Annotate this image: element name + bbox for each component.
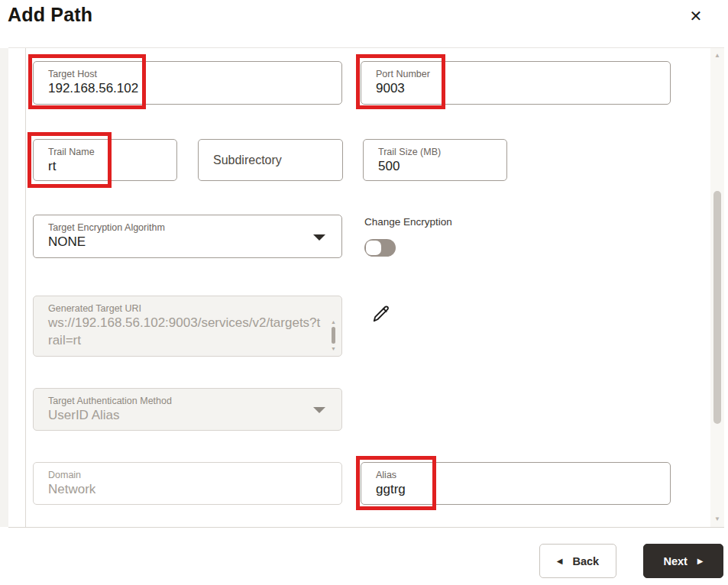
trail-name-field[interactable]: Trail Name rt	[33, 139, 177, 181]
add-path-dialog: Add Path ✕ ▲ ▼ Target Host 192.168.56.10…	[0, 0, 728, 585]
uri-scroll-down-icon[interactable]: ▼	[329, 345, 338, 352]
next-button[interactable]: Next ▶	[643, 544, 723, 578]
next-arrow-icon: ▶	[697, 558, 704, 565]
content-left-border	[25, 48, 26, 527]
target-encryption-algorithm-label: Target Encryption Algorithm	[48, 221, 341, 234]
edit-uri-pencil-icon[interactable]	[371, 304, 391, 324]
target-authentication-method-label: Target Authentication Method	[48, 395, 341, 407]
next-button-label: Next	[663, 555, 687, 567]
target-authentication-method-value: UserID Alias	[48, 407, 341, 425]
target-encryption-algorithm-dropdown[interactable]: Target Encryption Algorithm NONE	[33, 215, 342, 258]
alias-field[interactable]: Alias ggtrg	[361, 462, 671, 505]
scrollbar-track[interactable]: ▲ ▼	[710, 48, 724, 527]
target-host-field[interactable]: Target Host 192.168.56.102	[33, 61, 342, 105]
trail-size-field[interactable]: Trail Size (MB) 500	[363, 139, 507, 181]
trail-name-value: rt	[48, 158, 176, 176]
domain-value: Network	[48, 481, 341, 499]
target-host-value: 192.168.56.102	[48, 80, 341, 98]
left-gutter	[0, 48, 8, 527]
chevron-down-icon	[313, 407, 325, 413]
trail-name-label: Trail Name	[48, 146, 176, 158]
domain-label: Domain	[48, 469, 341, 481]
uri-scrollbar-thumb[interactable]	[332, 327, 335, 344]
generated-target-uri-label: Generated Target URI	[48, 302, 341, 315]
domain-field: Domain Network	[33, 462, 342, 505]
port-number-value: 9003	[376, 80, 670, 98]
back-button[interactable]: ◀ Back	[539, 544, 616, 578]
target-host-label: Target Host	[48, 68, 341, 80]
scroll-down-icon[interactable]: ▼	[710, 516, 724, 523]
alias-label: Alias	[376, 469, 670, 481]
port-number-label: Port Number	[376, 68, 670, 80]
uri-scroll-up-icon[interactable]: ▲	[329, 318, 338, 325]
target-authentication-method-dropdown: Target Authentication Method UserID Alia…	[33, 388, 342, 431]
port-number-field[interactable]: Port Number 9003	[361, 61, 671, 105]
chevron-down-icon[interactable]	[313, 234, 325, 241]
subdirectory-label: Subdirectory	[213, 152, 282, 169]
back-arrow-icon: ◀	[557, 558, 563, 565]
toggle-knob	[366, 241, 381, 255]
page-title: Add Path	[8, 4, 92, 26]
content-top-divider	[8, 47, 724, 48]
change-encryption-label: Change Encryption	[364, 216, 452, 228]
content-bottom-divider	[8, 527, 724, 528]
close-icon[interactable]: ✕	[684, 4, 708, 28]
change-encryption-toggle[interactable]	[364, 239, 396, 257]
subdirectory-field[interactable]: Subdirectory	[198, 139, 343, 181]
alias-value: ggtrg	[376, 481, 670, 499]
generated-target-uri-value: ws://192.168.56.102:9003/services/v2/tar…	[48, 315, 323, 350]
scroll-up-icon[interactable]: ▲	[710, 52, 724, 60]
target-encryption-algorithm-value: NONE	[48, 234, 341, 251]
back-button-label: Back	[573, 555, 600, 567]
scrollbar-thumb[interactable]	[713, 191, 721, 424]
trail-size-label: Trail Size (MB)	[378, 146, 506, 158]
uri-inner-scrollbar[interactable]: ▲ ▼	[329, 318, 338, 354]
trail-size-value: 500	[378, 158, 506, 176]
generated-target-uri-field: Generated Target URI ws://192.168.56.102…	[33, 296, 342, 357]
